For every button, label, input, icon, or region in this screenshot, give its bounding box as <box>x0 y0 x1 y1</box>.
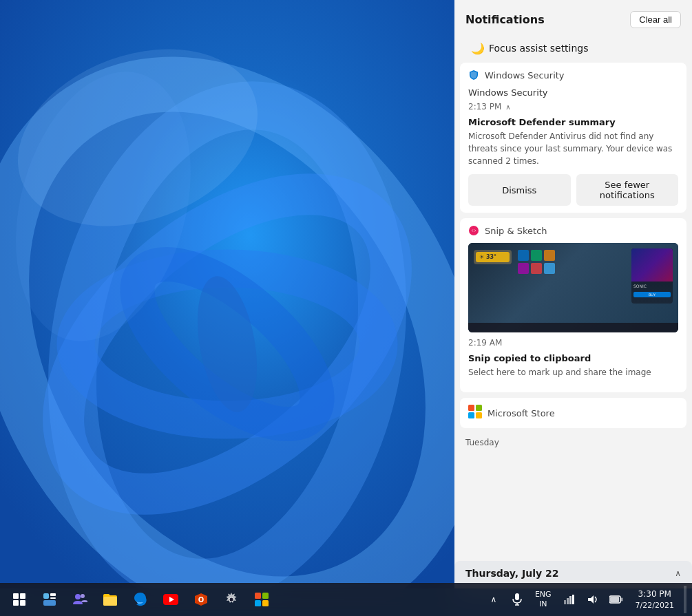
dismiss-button[interactable]: Dismiss <box>468 174 571 206</box>
windows-security-heading: Microsoft Defender summary <box>468 117 678 127</box>
svg-rect-13 <box>43 593 49 599</box>
date-section-bar: Thursday, July 22 ∧ <box>454 561 692 586</box>
snip-sketch-heading: Snip copied to clipboard <box>468 353 678 363</box>
notification-scroll-area[interactable]: Windows Security Windows Security 2:13 P… <box>454 63 692 561</box>
tuesday-label: Tuesday <box>465 438 499 447</box>
svg-rect-27 <box>255 600 261 606</box>
tray-chevron[interactable]: ∧ <box>484 590 503 609</box>
windows-security-time: 2:13 PM <box>468 102 501 111</box>
svg-rect-39 <box>620 598 622 602</box>
svg-point-17 <box>75 594 81 599</box>
svg-rect-9 <box>13 593 19 599</box>
windows-security-icon <box>468 70 479 81</box>
svg-point-18 <box>81 594 85 598</box>
taskbar-left: O <box>6 586 275 613</box>
desktop-wallpaper <box>0 0 454 588</box>
snip-sketch-time: 2:19 AM <box>468 338 502 348</box>
taskbar: O ∧ <box>0 583 692 616</box>
microsoft-store-label: Microsoft Store <box>487 408 555 418</box>
microsoft-store-icon <box>468 405 482 421</box>
snip-sketch-body: Select here to mark up and share the ima… <box>468 366 678 379</box>
focus-assist-label: Focus assist settings <box>489 43 589 54</box>
focus-assist-icon: 🌙 <box>471 42 483 54</box>
language-indicator[interactable]: ENG IN <box>531 588 556 611</box>
snip-sketch-app-header: Snip & Sketch <box>460 218 686 240</box>
snip-sketch-time-row: 2:19 AM <box>468 338 678 348</box>
svg-rect-38 <box>610 597 619 602</box>
windows-security-time-row: 2:13 PM ∧ <box>468 102 678 111</box>
edge-button[interactable] <box>127 586 154 613</box>
svg-rect-42 <box>468 405 474 411</box>
svg-rect-35 <box>572 595 574 604</box>
notification-title: Notifications <box>465 13 545 26</box>
clear-all-button[interactable]: Clear all <box>630 11 681 28</box>
svg-rect-34 <box>569 596 572 604</box>
svg-rect-25 <box>255 593 261 599</box>
snip-screenshot-preview: ☀ 33° <box>468 243 678 332</box>
svg-rect-45 <box>476 412 482 418</box>
snip-sketch-card: Snip & Sketch ☀ 33° <box>460 218 686 392</box>
svg-marker-36 <box>588 595 594 604</box>
date-section-chevron[interactable]: ∧ <box>675 569 681 578</box>
svg-rect-26 <box>262 593 269 599</box>
windows-security-source: Windows Security <box>468 87 678 98</box>
windows-security-body: Microsoft Defender Antivirus did not fin… <box>468 130 678 167</box>
svg-rect-12 <box>20 600 25 606</box>
svg-text:O: O <box>198 596 205 604</box>
windows-security-app-header: Windows Security <box>460 63 686 85</box>
file-explorer-button[interactable] <box>96 586 124 613</box>
svg-rect-33 <box>567 598 569 604</box>
microsoft-store-row: Microsoft Store <box>460 398 686 428</box>
microsoft-store-card: Microsoft Store <box>460 398 686 428</box>
snip-sketch-icon <box>468 225 479 236</box>
snip-sketch-app-name: Snip & Sketch <box>485 226 547 236</box>
svg-rect-28 <box>262 600 269 606</box>
svg-rect-44 <box>468 412 474 418</box>
focus-assist-row[interactable]: 🌙 Focus assist settings <box>460 36 686 63</box>
show-desktop-button[interactable] <box>684 586 686 613</box>
screenshot-inner: ☀ 33° <box>468 243 678 332</box>
tray-battery[interactable] <box>607 590 626 609</box>
tray-network[interactable] <box>560 590 579 609</box>
svg-rect-11 <box>13 600 19 606</box>
notification-header: Notifications Clear all <box>454 0 692 36</box>
office-button[interactable]: O <box>187 586 215 613</box>
see-fewer-notifications-button[interactable]: See fewer notifications <box>576 174 679 206</box>
svg-point-24 <box>230 598 233 602</box>
tray-volume[interactable] <box>583 590 602 609</box>
clock-date: 7/22/2021 <box>636 600 674 610</box>
clock-time: 3:30 PM <box>638 588 671 600</box>
tuesday-separator: Tuesday <box>460 434 686 452</box>
youtube-button[interactable] <box>157 586 185 613</box>
windows-security-actions: Dismiss See fewer notifications <box>468 174 678 206</box>
tray-mic[interactable] <box>507 590 527 609</box>
windows-security-card: Windows Security Windows Security 2:13 P… <box>460 63 686 213</box>
svg-rect-16 <box>43 600 56 606</box>
settings-button[interactable] <box>218 586 245 613</box>
start-button[interactable] <box>6 586 33 613</box>
svg-rect-43 <box>476 405 482 411</box>
svg-rect-19 <box>103 597 117 606</box>
date-section-label: Thursday, July 22 <box>465 568 558 579</box>
windows-security-content: Windows Security 2:13 PM ∧ Microsoft Def… <box>460 85 686 213</box>
svg-rect-29 <box>515 593 519 600</box>
svg-rect-32 <box>564 600 566 604</box>
widgets-button[interactable] <box>36 586 63 613</box>
windows-security-app-name: Windows Security <box>485 70 565 81</box>
svg-rect-10 <box>20 593 25 599</box>
svg-rect-15 <box>50 597 56 599</box>
teams-button[interactable] <box>66 586 94 613</box>
store-button[interactable] <box>248 586 275 613</box>
svg-point-41 <box>472 229 475 232</box>
windows-security-expand-icon[interactable]: ∧ <box>505 103 510 111</box>
svg-rect-14 <box>50 593 56 596</box>
system-clock[interactable]: 3:30 PM 7/22/2021 <box>630 587 680 612</box>
snip-sketch-content: ☀ 33° <box>460 240 686 392</box>
taskbar-right: ∧ ENG IN <box>484 586 686 613</box>
notification-panel: Notifications Clear all 🌙 Focus assist s… <box>454 0 692 588</box>
